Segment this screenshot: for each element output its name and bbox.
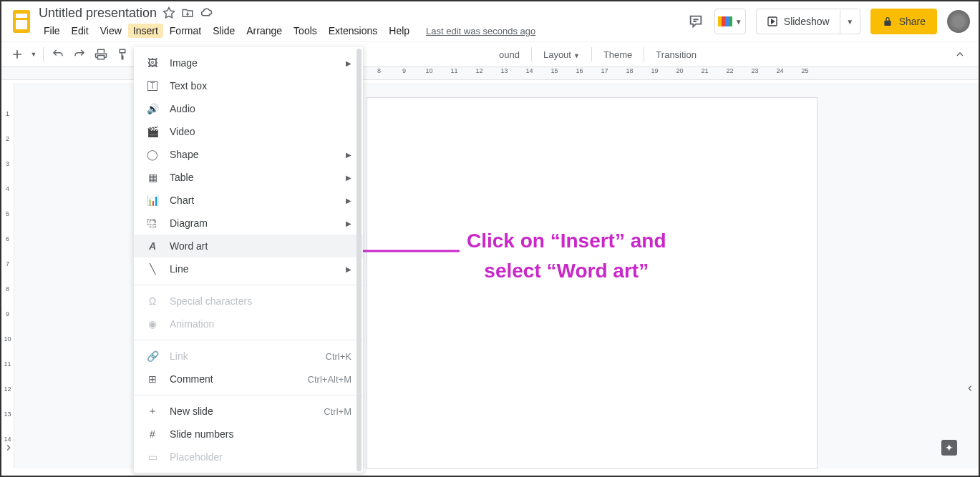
star-icon[interactable] [162,6,175,19]
toolbar-right: ound Layout▼ Theme Transition [492,47,704,62]
menu-file[interactable]: File [39,24,65,38]
redo-button[interactable] [69,44,89,64]
expand-filmstrip-icon[interactable] [4,443,15,454]
slides-logo[interactable] [7,7,36,36]
user-avatar[interactable] [947,10,970,33]
video-icon: 🎬 [145,126,160,137]
line-icon: ╲ [145,263,160,275]
insert-video[interactable]: 🎬Video [134,120,363,143]
insert-placeholder: ▭Placeholder [134,446,363,468]
insert-shape[interactable]: ◯Shape▶ [134,143,363,166]
insert-wordart[interactable]: AWord art [134,235,363,257]
print-button[interactable] [91,44,111,64]
slideshow-dropdown[interactable]: ▼ [840,9,860,34]
submenu-arrow-icon: ▶ [346,174,351,182]
insert-comment[interactable]: ⊞CommentCtrl+Alt+M [134,368,363,390]
submenu-arrow-icon: ▶ [346,151,351,159]
paint-format-button[interactable] [112,44,132,64]
plus-icon: ＋ [145,405,160,418]
lock-icon [882,16,893,27]
insert-animation: ◉Animation [134,313,363,335]
insert-specialchars: ΩSpecial characters [134,290,363,313]
comment-icon: ⊞ [145,373,160,385]
link-icon: 🔗 [145,350,160,362]
insert-diagram[interactable]: ⿻Diagram▶ [134,212,363,235]
document-title[interactable]: Untitled presentation [39,6,157,21]
collapse-toolbar-icon[interactable] [954,49,966,60]
dropdown-scrollbar[interactable] [356,49,362,471]
hash-icon: # [145,428,160,440]
insert-image[interactable]: 🖼Image▶ [134,51,363,74]
slideshow-label: Slideshow [784,16,830,27]
menu-arrange[interactable]: Arrange [241,24,287,38]
chevron-down-icon: ▼ [846,18,853,26]
insert-newslide[interactable]: ＋New slideCtrl+M [134,400,363,423]
textbox-icon: 🅃 [145,80,160,92]
diagram-icon: ⿻ [145,217,160,229]
menu-view[interactable]: View [95,24,127,38]
audio-icon: 🔊 [145,103,160,114]
submenu-arrow-icon: ▶ [346,197,351,205]
slideshow-button[interactable]: Slideshow [756,9,840,34]
animation-icon: ◉ [145,318,160,330]
separator [134,395,363,395]
theme-button[interactable]: Theme [596,49,639,60]
transition-button[interactable]: Transition [649,49,704,60]
background-button[interactable]: ound [492,49,527,60]
insert-chart[interactable]: 📊Chart▶ [134,189,363,212]
submenu-arrow-icon: ▶ [346,265,351,273]
slideshow-group: Slideshow ▼ [756,9,860,34]
menu-slide[interactable]: Slide [208,24,240,38]
menu-extensions[interactable]: Extensions [324,24,382,38]
slides-logo-icon [13,10,30,33]
share-button[interactable]: Share [870,9,937,34]
title-row: Untitled presentation [39,4,687,22]
menu-edit[interactable]: Edit [67,24,94,38]
menu-bar: File Edit View Insert Format Slide Arran… [39,22,687,39]
expand-sidepanel-icon[interactable] [965,383,976,395]
submenu-arrow-icon: ▶ [346,220,351,227]
menu-help[interactable]: Help [384,24,414,38]
new-slide-dropdown[interactable]: ▼ [29,44,39,64]
chevron-down-icon: ▼ [735,18,742,26]
header-right: ▼ Slideshow ▼ Share [687,9,970,34]
share-label: Share [899,16,926,27]
explore-button[interactable]: ✦ [941,440,957,456]
app-header: Untitled presentation File Edit View Ins… [1,1,979,41]
meet-button[interactable]: ▼ [714,9,746,34]
separator [43,47,44,62]
shape-icon: ◯ [145,149,160,160]
insert-table[interactable]: ▦Table▶ [134,166,363,189]
comments-icon[interactable] [687,13,704,30]
annotation-text: Click on “Insert” and select “Word art” [467,226,666,286]
last-edit-link[interactable]: Last edit was seconds ago [426,26,535,36]
separator [134,340,363,340]
insert-textbox[interactable]: 🅃Text box [134,74,363,97]
insert-line[interactable]: ╲Line▶ [134,257,363,280]
table-icon: ▦ [145,172,160,183]
insert-link: 🔗LinkCtrl+K [134,345,363,368]
menu-format[interactable]: Format [165,24,206,38]
menu-insert[interactable]: Insert [128,24,163,38]
placeholder-icon: ▭ [145,451,160,463]
cloud-status-icon[interactable] [200,6,213,19]
omega-icon: Ω [145,295,160,307]
layout-button[interactable]: Layout▼ [536,49,587,60]
new-slide-button[interactable] [7,44,27,64]
title-area: Untitled presentation File Edit View Ins… [39,4,687,39]
insert-dropdown: 🖼Image▶ 🅃Text box 🔊Audio 🎬Video ◯Shape▶ … [134,47,363,473]
move-icon[interactable] [181,6,194,19]
insert-audio[interactable]: 🔊Audio [134,97,363,120]
meet-icon [718,16,732,26]
undo-button[interactable] [48,44,68,64]
insert-slidenumbers[interactable]: #Slide numbers [134,423,363,446]
separator [531,47,532,62]
separator [134,285,363,285]
submenu-arrow-icon: ▶ [346,59,351,67]
vertical-ruler: 1234567891011121314 [1,83,14,468]
play-icon [767,16,778,27]
wordart-icon: A [145,240,160,252]
separator [644,47,644,62]
image-icon: 🖼 [145,57,160,69]
menu-tools[interactable]: Tools [288,24,322,38]
